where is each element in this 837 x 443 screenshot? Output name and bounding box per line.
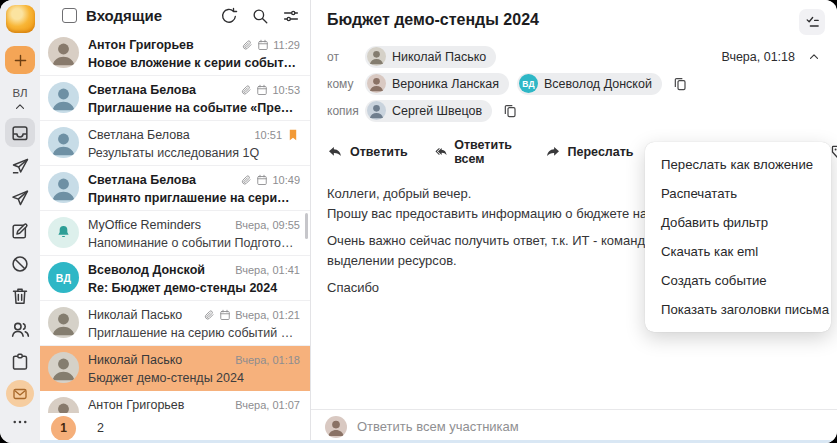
folder-inbox-button[interactable] xyxy=(5,118,35,147)
quick-reply-placeholder: Ответить всем участникам xyxy=(357,419,519,434)
myoffice-logo[interactable] xyxy=(6,5,35,33)
more-dots-icon xyxy=(11,413,29,431)
body-line: Коллеги, добрый вечер. xyxy=(327,186,471,201)
menu-item-show-headers[interactable]: Показать заголовки письма xyxy=(645,295,831,324)
body-line: выделении ресурсов. xyxy=(327,253,457,268)
checklist-icon xyxy=(804,14,821,31)
folder-title: Входящие xyxy=(86,7,207,24)
email-time: 10:53 xyxy=(272,84,300,96)
email-time: Вчера, 01:41 xyxy=(235,264,300,276)
email-list-item[interactable]: ВД Всеволод Донской Вчера, 01:41 Re: Бюд… xyxy=(40,256,310,301)
refresh-icon[interactable] xyxy=(220,7,238,25)
filter-icon[interactable] xyxy=(282,7,300,25)
compose-new-button[interactable] xyxy=(5,46,35,75)
email-time: 10:51 xyxy=(254,129,282,141)
reply-all-label: Ответить всем xyxy=(454,138,517,166)
email-list-item[interactable]: Антон Григорьев 11:29 Новое вложение к с… xyxy=(40,31,310,76)
contact-chip[interactable]: Николай Пасько xyxy=(365,46,496,68)
person-icon xyxy=(48,127,79,158)
app-contacts-button[interactable] xyxy=(5,315,35,344)
avatar xyxy=(367,74,386,93)
user-initials-badge[interactable]: ВЛ xyxy=(12,87,27,99)
email-subject: Приглашение на серию событий «Демо стен… xyxy=(88,326,300,340)
collapse-header-button[interactable] xyxy=(807,50,821,64)
email-subject: Бюджет демо-стенды 2024 xyxy=(88,371,300,385)
folder-drafts-button[interactable] xyxy=(5,217,35,246)
mail-icon xyxy=(12,386,28,402)
reply-button[interactable]: Ответить xyxy=(327,144,408,160)
select-all-checkbox[interactable] xyxy=(62,8,77,23)
menu-item-forward-as-attachment[interactable]: Переслать как вложение xyxy=(645,150,831,179)
page-button-1[interactable]: 1 xyxy=(51,416,76,441)
email-list-item[interactable]: Светлана Белова 10:51 Результаты исследо… xyxy=(40,121,310,166)
message-context-menu: Переслать как вложение Распечатать Добав… xyxy=(645,142,831,332)
contacts-icon xyxy=(10,319,31,340)
avatar xyxy=(48,397,79,413)
app-calendar-button[interactable] xyxy=(5,348,35,377)
contact-chip[interactable]: Вероника Ланская xyxy=(365,73,509,95)
menu-item-create-event[interactable]: Создать событие xyxy=(645,266,831,295)
reply-all-button[interactable]: Ответить всем xyxy=(435,138,518,166)
message-date: Вчера, 01:18 xyxy=(721,50,795,64)
email-list-item[interactable]: MyOffice Reminders Вчера, 09:55 Напомина… xyxy=(40,211,310,256)
folder-spam-button[interactable] xyxy=(5,249,35,278)
contact-chip[interactable]: Сергей Швецов xyxy=(365,100,492,122)
person-icon xyxy=(48,172,79,203)
list-header: Входящие xyxy=(40,0,310,31)
app-more-button[interactable] xyxy=(11,413,29,435)
email-list-item[interactable]: Антон Григорьев Вчера, 01:07 xyxy=(40,391,310,413)
menu-item-add-filter[interactable]: Добавить фильтр xyxy=(645,208,831,237)
avatar: ВД xyxy=(48,262,79,293)
chevron-up-icon xyxy=(13,100,27,114)
avatar xyxy=(325,416,347,438)
menu-item-print[interactable]: Распечатать xyxy=(645,179,831,208)
sender-name: Светлана Белова xyxy=(88,128,250,142)
folder-trash-button[interactable] xyxy=(5,282,35,311)
forward-button[interactable]: Переслать xyxy=(545,144,634,160)
cc-row: копия Сергей Швецов xyxy=(327,99,821,122)
copy-icon xyxy=(672,76,688,92)
collapse-account-button[interactable] xyxy=(13,100,27,114)
body-line: Спасибо xyxy=(327,280,379,295)
bell-icon xyxy=(55,224,72,241)
sender-name: Светлана Белова xyxy=(88,173,236,187)
folder-outbox-button[interactable] xyxy=(5,151,35,180)
contact-chip[interactable]: ВД Всеволод Донской xyxy=(517,73,662,95)
attachment-icon xyxy=(203,309,215,321)
avatar-initials: ВД xyxy=(56,272,71,284)
chevron-up-icon xyxy=(807,50,821,64)
email-list-item-selected[interactable]: Николай Пасько Вчера, 01:18 Бюджет демо-… xyxy=(40,346,310,391)
bookmark-flag-icon xyxy=(286,128,300,142)
search-icon[interactable] xyxy=(251,7,269,25)
email-list-item[interactable]: Светлана Белова 10:53 Приглашение на соб… xyxy=(40,76,310,121)
page-button-2[interactable]: 2 xyxy=(97,421,104,435)
copy-recipients-button[interactable] xyxy=(672,76,688,92)
mail-app-window: ВЛ Входящие Антон Григорьев 1 xyxy=(0,0,837,443)
email-list-item[interactable]: Николай Пасько Вчера, 01:21 Приглашение … xyxy=(40,301,310,346)
app-mail-button[interactable] xyxy=(6,380,34,407)
tasks-panel-button[interactable] xyxy=(799,9,825,35)
email-summary: Светлана Белова 10:49 Принято приглашени… xyxy=(88,172,300,210)
message-date-block: Вчера, 01:18 xyxy=(721,50,821,64)
folder-sent-button[interactable] xyxy=(5,184,35,213)
app-rail: ВЛ xyxy=(0,0,40,443)
person-icon xyxy=(48,397,79,413)
email-subject: Приглашение на событие «Предварительно… xyxy=(88,101,300,115)
list-scrollbar[interactable] xyxy=(305,213,308,239)
menu-item-download-eml[interactable]: Скачать как eml xyxy=(645,237,831,266)
attachment-icon xyxy=(240,174,252,186)
email-list-item[interactable]: Светлана Белова 10:49 Принято приглашени… xyxy=(40,166,310,211)
copy-cc-button[interactable] xyxy=(502,103,518,119)
email-meta: Вчера, 01:41 xyxy=(235,264,300,276)
quick-reply-bar[interactable]: Ответить всем участникам xyxy=(311,409,837,443)
from-row: от Николай Пасько Вчера, 01:18 xyxy=(327,45,821,68)
avatar xyxy=(48,352,79,383)
avatar xyxy=(48,172,79,203)
email-time: 11:29 xyxy=(273,39,300,51)
event-icon xyxy=(256,84,268,96)
reply-all-icon xyxy=(435,144,447,160)
email-subject: Re: Бюджет демо-стенды 2024 xyxy=(88,281,300,295)
from-label: от xyxy=(327,50,365,64)
event-icon xyxy=(219,309,231,321)
avatar xyxy=(48,82,79,113)
